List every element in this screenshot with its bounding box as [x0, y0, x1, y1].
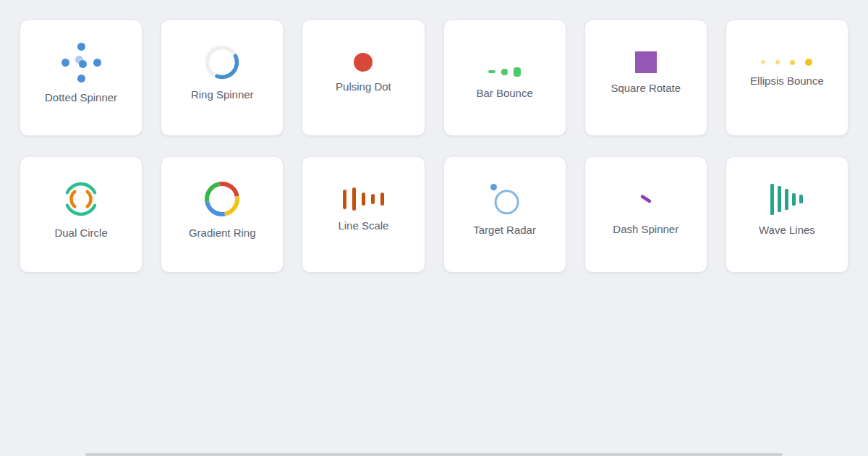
spinner-card-label: Ellipsis Bounce [750, 75, 824, 87]
bar [488, 70, 495, 73]
card-square-rotate[interactable]: Square Rotate [585, 20, 707, 135]
dot [775, 60, 780, 64]
dot [77, 43, 85, 51]
card-ellipsis-bounce[interactable]: Ellipsis Bounce [726, 20, 848, 135]
dotted-spinner-icon [61, 42, 101, 83]
card-gradient-ring[interactable]: Gradient Ring [161, 157, 283, 272]
spinner-grid: Dotted Spinner Ring Spinner Pulsing Dot … [0, 0, 868, 292]
ring-spinner-icon [205, 45, 239, 80]
bar [778, 186, 781, 212]
spinner-card-label: Dash Spinner [613, 223, 678, 235]
dot [93, 59, 101, 67]
bar [343, 190, 346, 209]
card-dotted-spinner[interactable]: Dotted Spinner [20, 20, 142, 135]
spinner-card-label: Dual Circle [54, 227, 107, 239]
card-dash-spinner[interactable]: Dash Spinner [585, 157, 707, 272]
bar [770, 184, 774, 215]
line-scale-icon [343, 187, 384, 211]
dot [77, 75, 85, 83]
spinner-card-label: Target Radar [473, 224, 536, 236]
card-wave-lines[interactable]: Wave Lines [726, 157, 848, 272]
spinner-card-label: Dotted Spinner [45, 91, 117, 104]
bar [501, 69, 508, 75]
card-ring-spinner[interactable]: Ring Spinner [161, 20, 283, 135]
wave-lines-icon [770, 184, 803, 215]
bar [362, 193, 365, 206]
dot [761, 60, 765, 64]
spinner-card-label: Ring Spinner [191, 88, 254, 101]
horizontal-scrollbar[interactable] [85, 453, 783, 456]
spinner-card-label: Wave Lines [759, 224, 815, 236]
bar [352, 187, 356, 211]
bar-bounce-icon [488, 67, 521, 77]
dot [79, 60, 87, 68]
dot [790, 60, 795, 65]
bar [799, 195, 803, 203]
card-line-scale[interactable]: Line Scale [302, 157, 424, 272]
bar [514, 67, 521, 77]
ellipsis-bounce-icon [761, 59, 812, 66]
pulsing-dot-icon [354, 53, 373, 72]
spinner-card-label: Gradient Ring [189, 227, 256, 239]
gradient-ring-icon [203, 180, 241, 218]
spinner-card-label: Line Scale [338, 219, 388, 232]
spinner-card-label: Bar Bounce [476, 87, 532, 99]
card-target-radar[interactable]: Target Radar [444, 157, 566, 272]
dash-spinner-icon [635, 188, 657, 210]
target-radar-icon [490, 183, 520, 215]
bar [785, 189, 788, 210]
dot [805, 59, 812, 66]
card-dual-circle[interactable]: Dual Circle [20, 157, 142, 272]
bar [792, 193, 796, 206]
card-bar-bounce[interactable]: Bar Bounce [444, 20, 566, 135]
square-rotate-icon [635, 51, 657, 73]
spinner-card-label: Pulsing Dot [336, 80, 391, 93]
card-pulsing-dot[interactable]: Pulsing Dot [302, 20, 424, 135]
spinner-card-label: Square Rotate [610, 82, 681, 94]
dual-circle-icon [62, 180, 100, 218]
bar [380, 193, 384, 206]
bar [371, 194, 375, 204]
dot [61, 59, 69, 67]
